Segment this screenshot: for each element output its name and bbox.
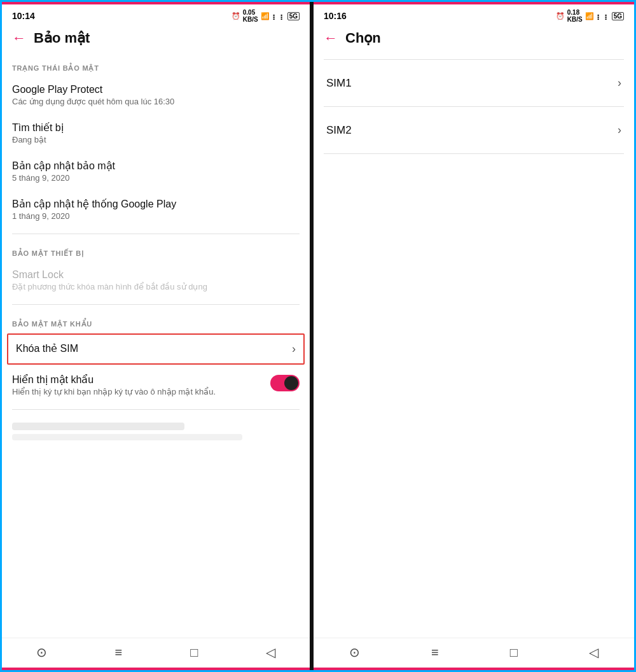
network-icon-right: 5G	[612, 12, 624, 20]
right-panel: 10:16 ⏰ 0.18KB/S 📶 ⡆ ⡆ 5G ← Chọn SIM1 › …	[314, 2, 634, 670]
page-title-left: Bảo mật	[34, 30, 90, 46]
google-play-protect-title: Google Play Protect	[12, 84, 300, 95]
divider-2	[12, 304, 300, 305]
wifi-icon-right: 📶	[585, 12, 594, 20]
smart-lock-subtitle: Đặt phương thức khóa màn hình để bắt đầu…	[12, 282, 300, 291]
show-password-text: Hiển thị mật khẩu Hiển thị ký tự khi bạn…	[12, 374, 270, 396]
bottom-accent-bar-left	[2, 668, 310, 670]
security-patch-title: Bản cập nhật bảo mật	[12, 160, 300, 172]
find-device-subtitle: Đang bật	[12, 135, 300, 144]
more-items	[2, 415, 310, 448]
sim-lock-item[interactable]: Khóa thẻ SIM ›	[7, 333, 305, 365]
status-time-left: 10:14	[12, 11, 35, 21]
divider-1	[12, 234, 300, 234]
alarm-icon-right: ⏰	[556, 12, 565, 20]
wifi-icon-left: 📶	[261, 12, 270, 20]
status-bar-right: 10:16 ⏰ 0.18KB/S 📶 ⡆ ⡆ 5G	[314, 4, 634, 25]
back-button-left[interactable]: ←	[12, 30, 26, 46]
google-play-protect-subtitle: Các ứng dụng được quét hôm qua lúc 16:30	[12, 97, 300, 106]
data-speed-left: 0.05KB/S	[243, 9, 258, 23]
back-button-right[interactable]: ←	[324, 30, 338, 46]
sim-lock-title: Khóa thẻ SIM	[16, 342, 78, 354]
left-panel: 10:14 ⏰ 0.05KB/S 📶 ⡆ ⡆ 5G ← Bảo mật TRẠN…	[2, 2, 314, 670]
section-label-bao-mat-mat-khau: BẢO MẬT MẬT KHẨU	[2, 310, 310, 332]
show-password-toggle[interactable]	[270, 375, 300, 391]
smart-lock-title: Smart Lock	[12, 269, 300, 281]
find-device-item[interactable]: Tìm thiết bị Đang bật	[2, 114, 310, 152]
content-right: SIM1 › SIM2 ›	[314, 54, 634, 638]
network-icon-left: 5G	[287, 12, 300, 20]
sim1-label: SIM1	[326, 77, 352, 90]
sim2-label: SIM2	[326, 124, 352, 137]
signal2-icon-right: ⡆	[604, 12, 609, 20]
show-password-row: Hiển thị mật khẩu Hiển thị ký tự khi bạn…	[2, 366, 310, 404]
google-play-system-item[interactable]: Bản cập nhật hệ thống Google Play 1 thán…	[2, 190, 310, 228]
divider-top-right	[324, 59, 624, 60]
header-left: ← Bảo mật	[2, 25, 310, 54]
sim1-chevron-icon: ›	[618, 76, 621, 90]
section-label-bao-mat-thiet-bi: BẢO MẬT THIẾT BỊ	[2, 239, 310, 262]
google-play-system-subtitle: 1 tháng 9, 2020	[12, 211, 300, 221]
google-play-protect-item[interactable]: Google Play Protect Các ứng dụng được qu…	[2, 76, 310, 114]
alarm-icon: ⏰	[232, 12, 240, 20]
sim2-chevron-icon: ›	[618, 123, 621, 137]
sim2-item[interactable]: SIM2 ›	[314, 112, 634, 148]
home-icon-right[interactable]: ⊙	[349, 645, 360, 660]
menu-icon-left[interactable]: ≡	[115, 645, 123, 660]
divider-bottom-right	[324, 153, 624, 154]
smart-lock-item[interactable]: Smart Lock Đặt phương thức khóa màn hình…	[2, 262, 310, 299]
menu-icon-right[interactable]: ≡	[431, 645, 439, 660]
status-bar-left: 10:14 ⏰ 0.05KB/S 📶 ⡆ ⡆ 5G	[2, 4, 310, 25]
signal-icon-left: ⡆	[272, 12, 277, 20]
content-left: TRẠNG THÁI BẢO MẬT Google Play Protect C…	[2, 54, 310, 638]
page-title-right: Chọn	[345, 30, 381, 46]
signal2-icon-left: ⡆	[280, 12, 285, 20]
divider-3	[12, 409, 300, 410]
signal-icon-right: ⡆	[597, 12, 602, 20]
bottom-accent-bar-right	[314, 668, 634, 670]
sim1-item[interactable]: SIM1 ›	[314, 65, 634, 101]
security-patch-item[interactable]: Bản cập nhật bảo mật 5 tháng 9, 2020	[2, 152, 310, 190]
section-label-trang-thai: TRẠNG THÁI BẢO MẬT	[2, 54, 310, 76]
data-speed-right: 0.18KB/S	[567, 9, 583, 23]
home-icon-left[interactable]: ⊙	[36, 645, 47, 660]
show-password-title: Hiển thị mật khẩu	[12, 374, 265, 386]
bottom-nav-right: ⊙ ≡ □ ◁	[314, 638, 634, 668]
divider-mid-right	[324, 106, 624, 107]
back-icon-left[interactable]: ◁	[266, 645, 275, 660]
bottom-nav-left: ⊙ ≡ □ ◁	[2, 638, 310, 668]
google-play-system-title: Bản cập nhật hệ thống Google Play	[12, 198, 300, 210]
recent-icon-right[interactable]: □	[510, 645, 518, 660]
find-device-title: Tìm thiết bị	[12, 122, 300, 134]
header-right: ← Chọn	[314, 25, 634, 54]
back-icon-right[interactable]: ◁	[589, 645, 598, 660]
security-patch-subtitle: 5 tháng 9, 2020	[12, 173, 300, 183]
sim-lock-chevron-icon: ›	[292, 342, 296, 356]
show-password-subtitle: Hiển thị ký tự khi bạn nhập ký tự vào ô …	[12, 387, 265, 396]
status-time-right: 10:16	[324, 11, 347, 21]
recent-icon-left[interactable]: □	[190, 645, 198, 660]
status-icons-right: ⏰ 0.18KB/S 📶 ⡆ ⡆ 5G	[556, 9, 624, 23]
status-icons-left: ⏰ 0.05KB/S 📶 ⡆ ⡆ 5G	[232, 9, 300, 23]
toggle-knob	[284, 376, 298, 390]
